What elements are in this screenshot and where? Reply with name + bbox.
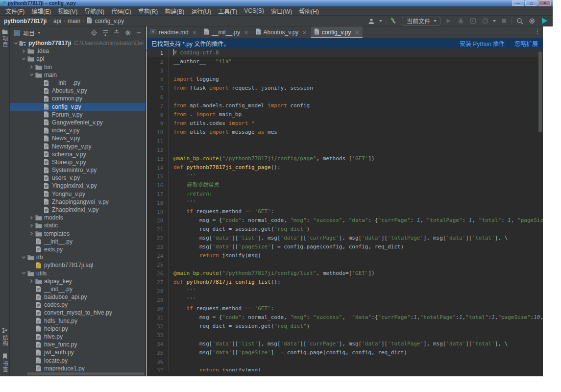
tab-config[interactable]: config_v.py✕ [311,26,363,38]
tree-item-codes-py[interactable]: codes.py [10,301,146,309]
menu-item-code[interactable]: 代码(C) [108,7,135,15]
editor-vscrollbar[interactable] [538,51,542,132]
menu-item-file[interactable]: 文件(F) [2,7,28,15]
tree-chevron[interactable] [28,279,35,283]
project-tree-hscrollbar[interactable] [27,372,145,375]
tree-item-gangweifenlei-v-py[interactable]: Gangweifenlei_v.py [10,119,146,126]
tree-item-utils[interactable]: utils [10,269,146,277]
maximize-button[interactable]: ▢ [525,0,537,6]
tree-item-baidubce-api-py[interactable]: baidubce_api.py [10,293,146,301]
tree-item-convert-mysql-to-hive-py[interactable]: convert_mysql_to_hive.py [10,309,146,317]
tree-chevron[interactable] [21,255,27,260]
user-account-icon[interactable] [367,17,376,25]
tab-readme[interactable]: Mreadme.md✕ [146,26,200,38]
tree-item-init-py[interactable]: __init__.py [10,285,146,293]
menu-item-window[interactable]: 窗口(W) [268,7,295,15]
tree-chevron[interactable] [28,223,35,228]
settings-gear-icon[interactable] [528,17,537,25]
tool-window-project[interactable]: 项目 [0,29,10,48]
tree-item-jwt-auth-py[interactable]: jwt_auth.py [10,348,146,356]
tree-item-pythonb77817ji[interactable]: pythonb77817jiC:\Users\Administrator\Des… [10,39,146,47]
debug-button[interactable] [456,17,465,25]
tree-item-static[interactable]: static [10,221,146,229]
collapse-all-icon[interactable] [113,29,120,36]
locate-file-icon[interactable] [91,29,98,36]
panel-settings-gear-icon[interactable] [124,29,131,36]
tree-chevron[interactable] [21,49,27,53]
tree-item-hdfs-func-py[interactable]: hdfs_func.py [10,317,146,325]
tree-item-mapreduce1-py[interactable]: mapreduce1.py [10,365,146,371]
build-hammer-icon[interactable] [390,17,398,25]
tree-chevron[interactable] [21,271,27,275]
tool-window-bookmarks[interactable]: 书签 [1,353,9,372]
project-view-caret-icon[interactable] [38,32,41,34]
run-button[interactable] [444,17,453,25]
coverage-button[interactable] [468,17,477,25]
tree-item-newstype-v-py[interactable]: Newstype_v.py [10,142,146,150]
menu-item-refactor[interactable]: 重构(R) [135,7,162,15]
tree-item-yonghu-v-py[interactable]: Yonghu_v.py [10,190,146,198]
tree-item-users-v-py[interactable]: users_v.py [10,174,146,182]
tree-item-models[interactable]: models [10,214,146,221]
more-run-options-caret-icon[interactable] [493,20,496,22]
tool-window-structure[interactable]: 结构 [1,327,9,346]
tree-item-zhaopingangwei-v-py[interactable]: Zhaopingangwei_v.py [10,198,146,206]
tree-item-schema-v-py[interactable]: schema_v.py [10,150,146,158]
breadcrumb-item-pythonb77817ji[interactable]: pythonb77817ji [4,18,47,24]
tree-chevron[interactable] [28,216,35,220]
tree-item-init-py[interactable]: __init__.py [10,79,146,87]
menu-item-run[interactable]: 运行(U) [188,7,215,15]
tree-chevron[interactable] [13,41,19,46]
tree-item-aboutus-v-py[interactable]: Aboutus_v.py [10,87,146,95]
breadcrumb-item-api[interactable]: api [53,18,61,24]
minimize-button[interactable]: — [512,0,524,6]
tab-close-icon[interactable]: ✕ [302,30,306,35]
tree-item-index-v-py[interactable]: index_v.py [10,126,146,134]
tree-item-pythonb77817ji-sql[interactable]: pythonb77817ji.sql [10,261,146,269]
menu-item-help[interactable]: 帮助(H) [295,7,322,15]
tab-close-icon[interactable]: ✕ [244,30,248,35]
user-caret-icon[interactable] [379,20,382,22]
code-editor[interactable]: 1# coding:utf-82__author__ = "ila"34impo… [146,49,543,371]
tree-chevron[interactable] [28,73,35,77]
tree-item-yingpinxinxi-v-py[interactable]: Yingpinxinxi_v.py [10,182,146,190]
tree-item-zhaopinxinxi-v-py[interactable]: Zhaopinxinxi_v.py [10,206,146,214]
breadcrumb-item-main[interactable]: main [68,18,80,24]
hide-panel-icon[interactable] [136,30,142,36]
tree-item-hive-func-py[interactable]: hive_func.py [10,341,146,348]
tree-item-main[interactable]: main [10,71,146,79]
menu-item-build[interactable]: 构建(B) [161,7,188,15]
tree-item-idea[interactable]: .idea [10,47,146,55]
tab-close-icon[interactable]: ✕ [355,30,359,35]
tree-item-forum-v-py[interactable]: Forum_v.py [10,111,146,119]
profiler-run-icon[interactable] [481,17,489,25]
menu-item-tools[interactable]: 工具(T) [215,7,241,15]
tree-item-systemintro-v-py[interactable]: Systemintro_v.py [10,166,146,174]
menu-item-view[interactable]: 视图(V) [54,7,81,15]
tree-item-exts-py[interactable]: exts.py [10,245,146,253]
tab-options-icon[interactable]: ⋮ [535,28,540,35]
tree-item-init-py[interactable]: __init__.py [10,238,146,245]
ignore-extension-link[interactable]: 忽略扩展 [514,39,538,48]
tree-chevron[interactable] [21,57,27,61]
tree-item-helper-py[interactable]: helper.py [10,325,146,333]
menu-item-edit[interactable]: 编辑(E) [28,7,54,15]
stop-button[interactable] [499,17,508,25]
tab-close-icon[interactable]: ✕ [193,30,196,35]
tab-init[interactable]: __init__.py✕ [200,26,252,38]
tree-chevron[interactable] [28,231,35,236]
tree-item-common-py[interactable]: common.py [10,95,146,102]
tree-item-config-v-py[interactable]: config_v.py [10,103,146,111]
expand-all-icon[interactable] [102,29,109,36]
menu-item-navigate[interactable]: 导航(N) [81,7,108,15]
tree-item-api[interactable]: api [10,55,146,63]
run-configuration-selector[interactable]: 当前文件 [402,17,440,25]
tree-item-bin[interactable]: bin [10,63,146,71]
tree-item-hive-py[interactable]: hive.py [10,333,146,341]
tree-item-storeup-v-py[interactable]: Storeup_v.py [10,158,146,166]
tree-chevron[interactable] [28,65,35,69]
close-button[interactable]: ✕ [538,0,551,6]
tab-aboutus[interactable]: Aboutus_v.py✕ [252,26,311,38]
tree-item-templates[interactable]: templates [10,230,146,238]
search-everywhere-icon[interactable] [515,17,524,25]
